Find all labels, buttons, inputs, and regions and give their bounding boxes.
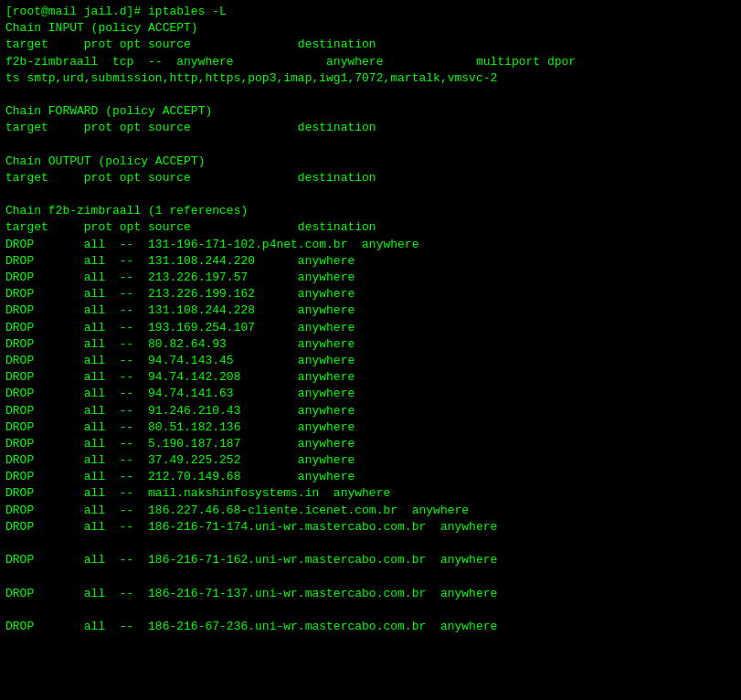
data-line: DROP all -- 94.74.142.208 anywhere — [5, 369, 736, 386]
data-line: DROP all -- 186-216-71-174.uni-wr.master… — [5, 519, 736, 536]
empty-line — [5, 87, 736, 103]
section-line: Chain OUTPUT (policy ACCEPT) — [5, 154, 736, 170]
data-line: DROP all -- 213.226.197.57 anywhere — [5, 270, 736, 286]
data-line: DROP all -- 80.51.182.136 anywhere — [5, 419, 736, 436]
empty-line — [5, 137, 736, 154]
data-line: DROP all -- 80.82.64.93 anywhere — [5, 336, 736, 353]
data-line: DROP all -- 37.49.225.252 anywhere — [5, 452, 736, 469]
data-line: DROP all -- 186-216-71-137.uni-wr.master… — [5, 586, 736, 602]
data-line: DROP all -- 94.74.143.45 anywhere — [5, 353, 736, 369]
colheader-line: target prot opt source destination — [5, 219, 736, 236]
colheader-line: target prot opt source destination — [5, 37, 736, 53]
data-line: DROP all -- 131.108.244.220 anywhere — [5, 253, 736, 270]
data-line: DROP all -- 186-216-71-162.uni-wr.master… — [5, 552, 736, 568]
data-line: DROP all -- 212.70.149.68 anywhere — [5, 469, 736, 485]
section-line: Chain FORWARD (policy ACCEPT) — [5, 103, 736, 120]
section-line: Chain f2b-zimbraall (1 references) — [5, 203, 736, 219]
empty-line — [5, 602, 736, 619]
empty-line — [5, 186, 736, 203]
data-line: DROP all -- 213.226.199.162 anywhere — [5, 286, 736, 302]
data-line: f2b-zimbraall tcp -- anywhere anywhere m… — [5, 54, 736, 70]
data-line: DROP all -- 186.227.46.68-cliente.icenet… — [5, 503, 736, 519]
data-line: DROP all -- 193.169.254.107 anywhere — [5, 320, 736, 336]
data-line: ts smtp,urd,submission,http,https,pop3,i… — [5, 70, 736, 87]
data-line: DROP all -- 186-216-67-236.uni-wr.master… — [5, 619, 736, 635]
data-line: DROP all -- 5.190.187.187 anywhere — [5, 436, 736, 452]
empty-line — [5, 568, 736, 585]
data-line: DROP all -- 94.74.141.63 anywhere — [5, 386, 736, 402]
prompt_cmd-line: [root@mail jail.d]# iptables -L — [5, 4, 736, 20]
colheader-line: target prot opt source destination — [5, 170, 736, 186]
section-line: Chain INPUT (policy ACCEPT) — [5, 20, 736, 37]
data-line: DROP all -- 91.246.210.43 anywhere — [5, 403, 736, 419]
terminal-window: [root@mail jail.d]# iptables -LChain INP… — [0, 0, 741, 700]
data-line: DROP all -- mail.nakshinfosystems.in any… — [5, 485, 736, 502]
empty-line — [5, 536, 736, 552]
colheader-line: target prot opt source destination — [5, 120, 736, 136]
data-line: DROP all -- 131-196-171-102.p4net.com.br… — [5, 237, 736, 253]
data-line: DROP all -- 131.108.244.228 anywhere — [5, 302, 736, 319]
